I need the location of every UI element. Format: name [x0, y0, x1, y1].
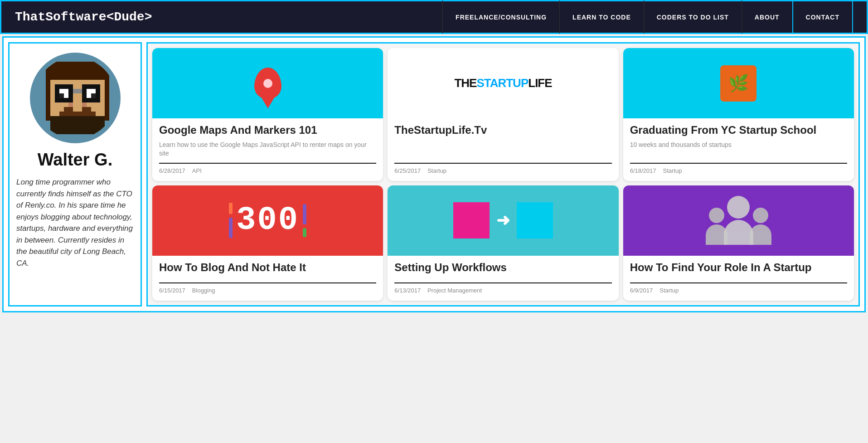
startup-life-text: LIFE: [528, 76, 552, 90]
card-startup-life[interactable]: THESTARTUPLIFE TheStartupLife.Tv 6/25/20…: [388, 48, 618, 181]
card-date: 6/25/2017: [394, 167, 421, 174]
card-body: Graduating From YC Startup School 10 wee…: [623, 118, 854, 181]
card-image-startup: THESTARTUPLIFE: [388, 48, 618, 118]
card-date: 6/18/2017: [630, 167, 656, 174]
workflow-blue-box: [517, 202, 553, 239]
card-title: How To Blog And Not Hate It: [159, 261, 376, 274]
bar-left: [229, 203, 233, 238]
card-body: How To Find Your Role In A Startup 6/9/2…: [623, 256, 854, 301]
person-icon-center: [724, 196, 753, 245]
startup-name: STARTUP: [476, 76, 528, 90]
card-meta: 6/15/2017 Blogging: [159, 282, 376, 294]
people-icons: [706, 196, 771, 245]
card-image-blog: 300: [152, 185, 383, 256]
card-image-yc: 🌿: [623, 48, 854, 118]
author-name: Walter G.: [38, 150, 112, 170]
card-meta: 6/28/2017 API: [159, 163, 376, 174]
nav-learn[interactable]: LEARN TO CODE: [559, 0, 644, 34]
card-date: 6/15/2017: [159, 287, 185, 294]
card-desc: [394, 141, 611, 158]
card-meta: 6/13/2017 Project Management: [394, 282, 611, 294]
card-date: 6/9/2017: [630, 287, 653, 294]
card-title: Google Maps And Markers 101: [159, 124, 376, 137]
card-title: Graduating From YC Startup School: [630, 124, 847, 137]
card-desc: Learn how to use the Google Maps JavaScr…: [159, 141, 376, 158]
card-title: How To Find Your Role In A Startup: [630, 261, 847, 274]
site-logo[interactable]: ThatSoftware<Dude>: [15, 10, 152, 24]
location-pin-icon: [254, 68, 281, 99]
card-tag: Project Management: [427, 287, 482, 294]
card-yc-school[interactable]: 🌿 Graduating From YC Startup School 10 w…: [623, 48, 854, 181]
card-image-role: [623, 185, 854, 256]
nav-freelance[interactable]: FREELANCE/CONSULTING: [442, 0, 559, 34]
blog-300-container: 300: [229, 202, 306, 239]
nav-coders[interactable]: CODERS TO DO LIST: [644, 0, 742, 34]
card-tag: Startup: [427, 167, 446, 174]
startup-logo: THESTARTUPLIFE: [454, 76, 552, 90]
nav-contact[interactable]: CONTACT: [792, 0, 853, 34]
card-image-maps: [152, 48, 383, 118]
card-title: Setting Up Workflows: [394, 261, 611, 274]
card-blog-300[interactable]: 300 How To Blog And Not Hate It 6/15/201…: [152, 185, 383, 301]
site-header: ThatSoftware<Dude> FREELANCE/CONSULTING …: [0, 0, 868, 34]
card-desc: 10 weeks and thousands of startups: [630, 141, 847, 158]
startup-the: THE: [454, 76, 476, 90]
card-meta: 6/18/2017 Startup: [630, 163, 847, 174]
card-body: How To Blog And Not Hate It 6/15/2017 Bl…: [152, 256, 383, 301]
yc-icon: 🌿: [720, 65, 756, 102]
card-tag: Blogging: [192, 287, 215, 294]
tree-icon: 🌿: [728, 74, 749, 93]
nav-about[interactable]: ABOUT: [742, 0, 792, 34]
blog-300-text: 300: [236, 202, 299, 239]
card-tag: Startup: [663, 167, 682, 174]
main-container: Walter G. Long time programmer who curre…: [2, 36, 866, 312]
card-startup-role[interactable]: How To Find Your Role In A Startup 6/9/2…: [623, 185, 854, 301]
card-date: 6/28/2017: [159, 167, 185, 174]
card-body: Setting Up Workflows 6/13/2017 Project M…: [388, 256, 618, 301]
card-date: 6/13/2017: [394, 287, 421, 294]
card-google-maps[interactable]: Google Maps And Markers 101 Learn how to…: [152, 48, 383, 181]
card-meta: 6/25/2017 Startup: [394, 163, 611, 174]
main-nav: FREELANCE/CONSULTING LEARN TO CODE CODER…: [442, 0, 853, 34]
card-title: TheStartupLife.Tv: [394, 124, 611, 137]
sidebar: Walter G. Long time programmer who curre…: [8, 42, 142, 307]
card-workflows[interactable]: ➜ Setting Up Workflows 6/13/2017 Project…: [388, 185, 618, 301]
workflow-visual: ➜: [453, 202, 553, 239]
card-tag: Startup: [659, 287, 679, 294]
avatar-canvas: [34, 57, 116, 139]
content-grid: Google Maps And Markers 101 Learn how to…: [146, 42, 860, 307]
card-image-workflows: ➜: [388, 185, 618, 256]
pin-inner: [263, 79, 272, 88]
bar-right: [303, 204, 306, 237]
card-body: TheStartupLife.Tv 6/25/2017 Startup: [388, 118, 618, 181]
card-body: Google Maps And Markers 101 Learn how to…: [152, 118, 383, 181]
author-bio: Long time programmer who currently finds…: [16, 176, 134, 269]
workflow-arrow-icon: ➜: [496, 211, 510, 230]
card-meta: 6/9/2017 Startup: [630, 282, 847, 294]
avatar: [30, 53, 121, 143]
workflow-pink-box: [453, 202, 490, 239]
card-tag: API: [192, 167, 202, 174]
